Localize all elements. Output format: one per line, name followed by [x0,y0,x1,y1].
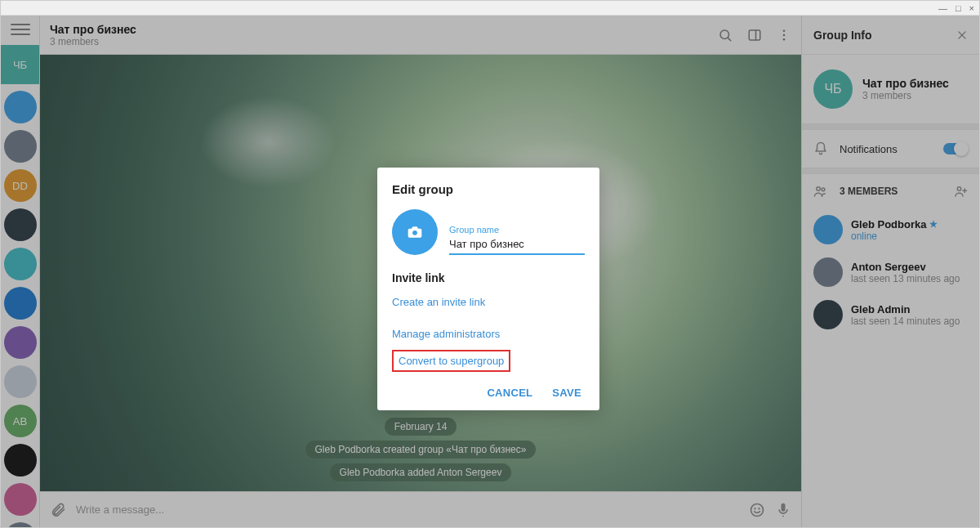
modal-title: Edit group [392,182,585,196]
group-photo-button[interactable] [392,209,438,255]
invite-link-section: Invite link [392,271,585,284]
group-name-label: Group name [449,225,585,235]
svg-point-17 [412,230,417,235]
window-titlebar: — □ × [1,1,979,16]
convert-to-supergroup-link[interactable]: Convert to supergroup [392,350,510,372]
create-invite-link[interactable]: Create an invite link [392,291,585,313]
window-minimize-icon[interactable]: — [938,3,947,13]
window-maximize-icon[interactable]: □ [956,3,961,13]
cancel-button[interactable]: CANCEL [487,387,532,399]
camera-icon [406,224,424,240]
window-close-icon[interactable]: × [969,3,974,13]
manage-administrators-link[interactable]: Manage administrators [392,323,585,345]
group-name-input[interactable] [449,236,585,255]
edit-group-modal: Edit group Group name Invite link Create… [377,168,599,410]
save-button[interactable]: SAVE [552,387,581,399]
